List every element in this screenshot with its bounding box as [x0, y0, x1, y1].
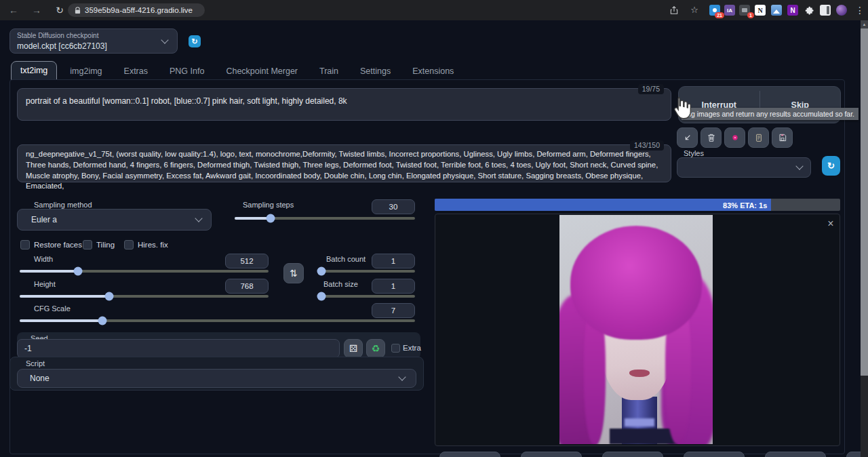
tab-txt2img[interactable]: txt2img — [11, 61, 57, 80]
extension-camera-icon[interactable]: 1 — [739, 5, 750, 16]
slider-handle[interactable] — [98, 317, 107, 325]
extension-notion-icon[interactable]: N — [755, 5, 766, 16]
scroll-up-icon: ▲ — [863, 22, 867, 26]
sampling-method-dropdown[interactable]: Euler a — [17, 209, 212, 231]
refresh-icon: ↻ — [827, 161, 835, 171]
extension-pin-icon[interactable]: 21 — [709, 5, 720, 16]
sampling-method-label: Sampling method — [34, 201, 92, 209]
extensions-puzzle-icon[interactable] — [804, 5, 814, 16]
reload-icon[interactable]: ↻ — [52, 0, 68, 20]
styles-dropdown[interactable] — [677, 157, 811, 178]
tiling-checkbox[interactable] — [83, 240, 92, 250]
gallery-action-button[interactable] — [765, 452, 826, 457]
address-bar[interactable]: 359e5b9a-a5ff-4216.gradio.live — [68, 3, 205, 17]
cfg-scale-slider[interactable] — [20, 319, 415, 322]
swap-dimensions-button[interactable]: ⇅ — [283, 263, 304, 283]
url-text: 359e5b9a-a5ff-4216.gradio.live — [85, 6, 193, 14]
prompt-input[interactable]: portrait of a beautiful [woman::0.1] rob… — [17, 88, 671, 121]
tab-png-info[interactable]: PNG Info — [161, 62, 213, 80]
paste-params-button[interactable] — [677, 127, 698, 148]
slider-fill — [20, 319, 102, 322]
checkpoint-refresh-button[interactable]: ↻ — [189, 35, 201, 47]
checkpoint-value: model.ckpt [cc6cb27103] — [17, 41, 107, 51]
camera-body — [742, 8, 747, 12]
slider-handle[interactable] — [317, 292, 326, 301]
close-preview-button[interactable]: × — [824, 217, 837, 231]
tab-checkpoint-merger[interactable]: Checkpoint Merger — [217, 62, 307, 80]
restore-faces-checkbox[interactable] — [20, 240, 30, 250]
seed-input[interactable]: -1 — [17, 339, 340, 358]
browser-toolbar: ← → ↻ 359e5b9a-a5ff-4216.gradio.live ☆ 2… — [0, 0, 868, 20]
slider-handle[interactable] — [74, 267, 83, 276]
back-icon[interactable]: ← — [5, 0, 22, 20]
width-input[interactable]: 512 — [225, 254, 269, 269]
seed-extra-checkbox[interactable] — [391, 344, 400, 353]
mountain-shape — [773, 9, 780, 14]
chevron-down-icon — [795, 162, 803, 170]
apply-styles-button[interactable] — [748, 127, 769, 148]
tab-settings[interactable]: Settings — [351, 62, 399, 80]
slider-handle[interactable] — [317, 267, 326, 276]
negative-prompt-input[interactable]: ng_deepnegative_v1_75t, (worst quality, … — [17, 144, 671, 182]
checkpoint-label: Stable Diffusion checkpoint — [17, 32, 98, 39]
profile-avatar[interactable] — [836, 5, 847, 16]
gallery-action-button[interactable] — [439, 452, 500, 457]
pin-badge: 21 — [715, 12, 724, 18]
random-seed-button[interactable]: ⚄ — [344, 339, 363, 358]
side-panel-strip — [827, 6, 829, 14]
sampling-steps-slider[interactable] — [235, 217, 415, 220]
seed-extra-label: Extra — [403, 344, 421, 352]
hair-crown-shape — [570, 226, 702, 340]
progress-text: 83% ETA: 1s — [723, 201, 771, 210]
height-input[interactable]: 768 — [225, 279, 269, 294]
script-dropdown[interactable]: None — [17, 369, 416, 388]
clear-prompt-button[interactable] — [701, 127, 722, 148]
slider-handle[interactable] — [105, 292, 114, 301]
height-label: Height — [34, 280, 56, 288]
batch-count-input[interactable]: 1 — [372, 254, 415, 269]
tooltip-text: processing images and return any results… — [682, 108, 854, 120]
tab-extensions[interactable]: Extensions — [403, 62, 462, 80]
lock-icon — [75, 7, 81, 14]
tab-train[interactable]: Train — [311, 62, 347, 80]
hires-fix-checkbox[interactable] — [124, 240, 134, 250]
interrupt-tooltip: processing images and return any results… — [682, 108, 859, 120]
slider-handle[interactable] — [267, 214, 275, 223]
chevron-down-icon — [195, 214, 202, 222]
forward-icon[interactable]: → — [28, 0, 45, 20]
scrollbar-thumb[interactable] — [861, 28, 868, 376]
share-icon[interactable] — [669, 5, 679, 16]
close-icon: × — [827, 218, 833, 229]
gallery-action-button[interactable] — [684, 452, 745, 457]
extension-onenote-icon[interactable]: N — [787, 5, 798, 16]
save-style-button[interactable] — [772, 127, 793, 148]
tab-extras[interactable]: Extras — [115, 62, 157, 80]
height-slider[interactable] — [20, 295, 269, 298]
scrollbar-up-arrow[interactable]: ▲ — [861, 20, 868, 28]
sampling-steps-input[interactable]: 30 — [372, 199, 415, 214]
styles-refresh-button[interactable]: ↻ — [822, 156, 840, 176]
checkpoint-dropdown[interactable]: Stable Diffusion checkpoint model.ckpt [… — [9, 28, 178, 54]
batch-size-input[interactable]: 1 — [372, 279, 415, 294]
script-label: Script — [26, 359, 45, 367]
collar-shape — [610, 429, 677, 444]
bookmark-star-icon[interactable]: ☆ — [686, 0, 703, 20]
width-slider[interactable] — [20, 270, 269, 273]
cfg-scale-input[interactable]: 7 — [372, 303, 415, 318]
gallery-action-button[interactable] — [602, 452, 663, 457]
generated-image-preview[interactable] — [559, 215, 713, 444]
batch-count-slider[interactable] — [317, 270, 415, 273]
extra-networks-button[interactable] — [724, 127, 745, 148]
styles-label: Styles — [684, 149, 704, 157]
batch-size-slider[interactable] — [317, 295, 415, 298]
clipboard-icon — [753, 132, 764, 143]
browser-menu-icon[interactable]: ⋮ — [852, 0, 868, 20]
tab-img2img[interactable]: img2img — [61, 62, 111, 80]
reuse-seed-button[interactable]: ♻ — [366, 339, 385, 358]
extension-ia-icon[interactable]: IA — [724, 5, 735, 16]
extension-photos-icon[interactable] — [771, 5, 782, 16]
restore-faces-label: Restore faces — [34, 241, 82, 249]
gallery-action-button[interactable] — [521, 452, 582, 457]
side-panel-icon[interactable] — [820, 5, 831, 16]
save-floppy-icon — [777, 132, 788, 143]
